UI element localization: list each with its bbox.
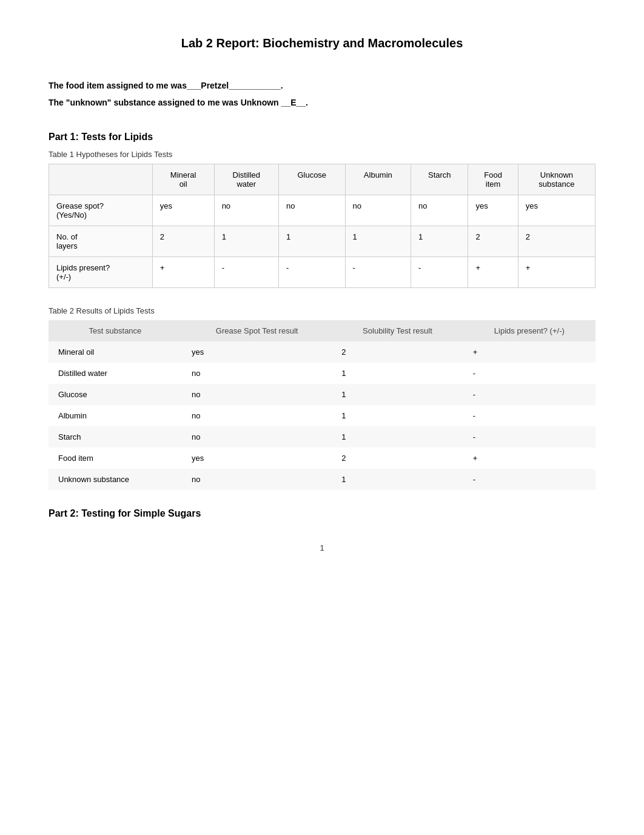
table2-row7-grease: no	[182, 469, 332, 490]
table1-row3-starch: -	[411, 257, 468, 288]
table1-col-header-mineral-oil: Mineraloil	[152, 164, 214, 195]
table2-row3-grease: no	[182, 384, 332, 405]
table2-row4-grease: no	[182, 405, 332, 426]
table1-row1-albumin: no	[345, 195, 411, 226]
table2-row5-lipids: -	[463, 426, 595, 448]
table1-row1-mineral-oil: yes	[152, 195, 214, 226]
table-row: Starch no 1 -	[49, 426, 595, 448]
table-row: Albumin no 1 -	[49, 405, 595, 426]
page-title: Lab 2 Report: Biochemistry and Macromole…	[49, 36, 595, 50]
table2-row7-substance: Unknown substance	[49, 469, 182, 490]
table2-row6-grease: yes	[182, 448, 332, 469]
table2-lipids-results: Test substance Grease Spot Test result S…	[49, 320, 595, 490]
table-row: Unknown substance no 1 -	[49, 469, 595, 490]
table1-row2-mineral-oil: 2	[152, 226, 214, 257]
table2-row7-solubility: 1	[332, 469, 463, 490]
table2-row3-solubility: 1	[332, 384, 463, 405]
table2-row2-solubility: 1	[332, 363, 463, 384]
table1-row2-label: No. oflayers	[49, 226, 153, 257]
part2-heading: Part 2: Testing for Simple Sugars	[49, 508, 595, 519]
table2-row1-solubility: 2	[332, 341, 463, 363]
table1-row2-food-item: 2	[468, 226, 518, 257]
table1-row1-glucose: no	[278, 195, 345, 226]
table2-row1-substance: Mineral oil	[49, 341, 182, 363]
table2-row4-substance: Albumin	[49, 405, 182, 426]
table1-row1-food-item: yes	[468, 195, 518, 226]
table2-row2-grease: no	[182, 363, 332, 384]
table2-row5-substance: Starch	[49, 426, 182, 448]
table1-caption: Table 1 Hypotheses for Lipids Tests	[49, 150, 595, 159]
page-number: 1	[49, 543, 595, 552]
table1-row2-starch: 1	[411, 226, 468, 257]
table2-col-header-lipids: Lipids present? (+/-)	[463, 320, 595, 341]
table2-row6-solubility: 2	[332, 448, 463, 469]
table-row: Lipids present?(+/-) + - - - - + +	[49, 257, 595, 288]
table2-col-header-solubility: Solubility Test result	[332, 320, 463, 341]
table1-row2-distilled-water: 1	[214, 226, 278, 257]
part1-heading: Part 1: Tests for Lipids	[49, 132, 595, 143]
table1-row3-food-item: +	[468, 257, 518, 288]
table1-row3-distilled-water: -	[214, 257, 278, 288]
table2-row5-grease: no	[182, 426, 332, 448]
table1-row1-distilled-water: no	[214, 195, 278, 226]
table2-row1-lipids: +	[463, 341, 595, 363]
table1-col-header-glucose: Glucose	[278, 164, 345, 195]
table1-col-header-distilled-water: Distilledwater	[214, 164, 278, 195]
intro-line-1: The food item assigned to me was___Pretz…	[49, 81, 595, 90]
table2-row3-lipids: -	[463, 384, 595, 405]
table2-col-header-grease: Grease Spot Test result	[182, 320, 332, 341]
table2-row2-lipids: -	[463, 363, 595, 384]
table1-row1-starch: no	[411, 195, 468, 226]
table-row: No. oflayers 2 1 1 1 1 2 2	[49, 226, 595, 257]
table2-row7-lipids: -	[463, 469, 595, 490]
table2-row6-lipids: +	[463, 448, 595, 469]
table1-col-header-starch: Starch	[411, 164, 468, 195]
table1-row2-albumin: 1	[345, 226, 411, 257]
table-row: Mineral oil yes 2 +	[49, 341, 595, 363]
table-row: Food item yes 2 +	[49, 448, 595, 469]
table2-caption: Table 2 Results of Lipids Tests	[49, 306, 595, 315]
intro-section: The food item assigned to me was___Pretz…	[49, 81, 595, 107]
table1-col-header-blank	[49, 164, 153, 195]
table2-row1-grease: yes	[182, 341, 332, 363]
table2-row6-substance: Food item	[49, 448, 182, 469]
table1-row1-unknown: yes	[518, 195, 595, 226]
table1-row3-albumin: -	[345, 257, 411, 288]
table1-row2-unknown: 2	[518, 226, 595, 257]
table1-col-header-food-item: Fooditem	[468, 164, 518, 195]
table2-row5-solubility: 1	[332, 426, 463, 448]
table1-lipids-hypotheses: Mineraloil Distilledwater Glucose Albumi…	[49, 164, 595, 288]
table1-row3-mineral-oil: +	[152, 257, 214, 288]
table1-row3-unknown: +	[518, 257, 595, 288]
table2-row2-substance: Distilled water	[49, 363, 182, 384]
table1-col-header-albumin: Albumin	[345, 164, 411, 195]
table1-row3-glucose: -	[278, 257, 345, 288]
table2-row4-solubility: 1	[332, 405, 463, 426]
table2-row3-substance: Glucose	[49, 384, 182, 405]
table-row: Grease spot?(Yes/No) yes no no no no yes…	[49, 195, 595, 226]
table2-col-header-substance: Test substance	[49, 320, 182, 341]
table-row: Glucose no 1 -	[49, 384, 595, 405]
table-row: Distilled water no 1 -	[49, 363, 595, 384]
table2-row4-lipids: -	[463, 405, 595, 426]
intro-line-2: The "unknown" substance assigned to me w…	[49, 98, 595, 107]
table1-row3-label: Lipids present?(+/-)	[49, 257, 153, 288]
table1-row2-glucose: 1	[278, 226, 345, 257]
table1-row1-label: Grease spot?(Yes/No)	[49, 195, 153, 226]
table1-col-header-unknown: Unknownsubstance	[518, 164, 595, 195]
